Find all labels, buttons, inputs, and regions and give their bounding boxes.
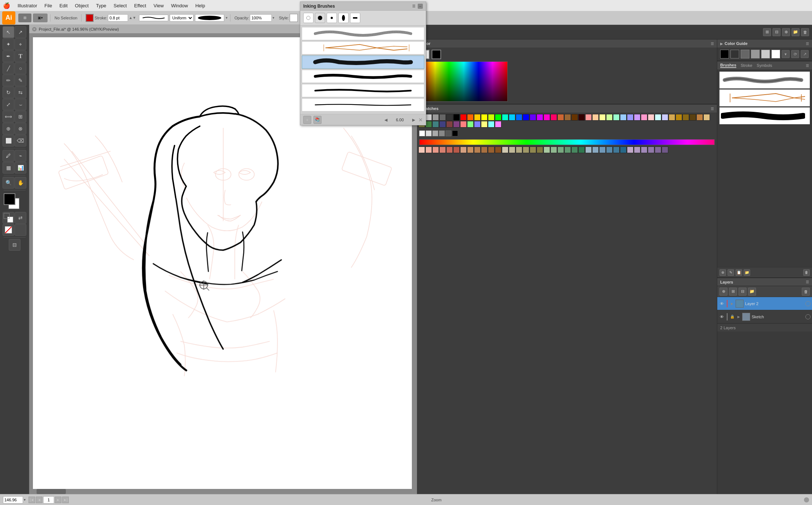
menu-type[interactable]: Type	[93, 2, 109, 9]
style-swatch[interactable]	[290, 14, 298, 22]
swatch-13[interactable]	[509, 114, 515, 121]
fill-none[interactable]	[3, 224, 14, 236]
menu-effect[interactable]: Effect	[131, 2, 149, 9]
brush-preview-1[interactable]	[719, 72, 810, 88]
brush-stroke-selector[interactable]	[195, 14, 224, 22]
swatch-20[interactable]	[557, 114, 564, 121]
opacity-input[interactable]	[250, 14, 272, 22]
ellipse-tool[interactable]: ○	[15, 62, 26, 74]
panel-icon-4[interactable]: 📁	[792, 28, 800, 36]
nav-last-btn[interactable]: ►|	[62, 497, 69, 503]
free-transform-tool[interactable]: ⊞	[15, 111, 26, 122]
foreground-color[interactable]	[4, 193, 15, 205]
menu-view[interactable]: View	[151, 2, 167, 9]
brushes-menu[interactable]: ☰	[806, 64, 809, 68]
menu-window[interactable]: Window	[168, 2, 191, 9]
layer-tool-4[interactable]: 📁	[748, 288, 756, 296]
layer-row-1[interactable]: 👁 ▶ Layer 2	[717, 297, 812, 310]
swatch-18[interactable]	[544, 114, 550, 121]
menu-help[interactable]: Help	[192, 2, 208, 9]
swatch-15[interactable]	[523, 114, 529, 121]
black-swatch[interactable]	[432, 50, 441, 59]
swatches-menu[interactable]: ☰	[711, 107, 714, 111]
canvas-hscroll-thumb[interactable]	[37, 489, 66, 494]
swatch-32[interactable]	[641, 114, 647, 121]
brush-dot-5[interactable]	[350, 13, 360, 23]
zoom-dropdown-icon[interactable]: ▾	[24, 498, 26, 502]
pen-tool[interactable]: ✒	[3, 50, 14, 62]
brush-dot-4[interactable]	[338, 13, 349, 23]
none-color[interactable]	[3, 212, 14, 224]
panel-icon-1[interactable]: ⊞	[763, 28, 771, 36]
swatch-26[interactable]	[599, 114, 606, 121]
swatch-21[interactable]	[564, 114, 571, 121]
tone-swatch-33[interactable]	[648, 147, 654, 153]
tone-swatch-29[interactable]	[620, 147, 627, 153]
swatch-47[interactable]	[453, 121, 460, 128]
cg-swatch-darkgray[interactable]	[730, 50, 739, 58]
tone-swatch-26[interactable]	[599, 147, 606, 153]
brush-panel-tool-2[interactable]: ✎	[728, 269, 734, 276]
brush-row-thin[interactable]	[302, 84, 424, 97]
apple-menu[interactable]: 🍎	[3, 2, 10, 9]
swatch-41[interactable]	[703, 114, 710, 121]
brush-prev-btn[interactable]: ◄	[383, 117, 388, 123]
brush-preview-2[interactable]	[719, 90, 810, 106]
line-tool[interactable]: ╱	[3, 62, 14, 74]
magic-wand-tool[interactable]: ✦	[3, 38, 14, 50]
menu-illustrator[interactable]: Illustrator	[15, 2, 40, 9]
brush-next-btn[interactable]: ►	[411, 117, 416, 123]
stroke-none[interactable]	[15, 224, 26, 236]
width-tool[interactable]: ⟺	[3, 111, 14, 122]
panel-icon-3[interactable]: ⊕	[782, 28, 790, 36]
brush-panel-delete[interactable]: 🗑	[803, 269, 810, 276]
tone-swatch-0[interactable]	[418, 147, 425, 153]
cg-link-btn[interactable]: ⟳	[791, 50, 799, 58]
swatch-52[interactable]	[488, 121, 495, 128]
brush-dropdown-icon[interactable]: ▾	[226, 16, 228, 20]
swatch-16[interactable]	[530, 114, 536, 121]
direct-selection-tool[interactable]: ↗	[15, 26, 26, 38]
color-spectrum[interactable]	[420, 61, 508, 102]
stroke-value-input[interactable]	[108, 14, 128, 22]
color-panel-menu[interactable]: ☰	[711, 42, 714, 46]
pencil-tool[interactable]: ✎	[15, 75, 26, 86]
tone-swatch-3[interactable]	[439, 147, 446, 153]
shape-builder-tool[interactable]: ⊕	[3, 123, 14, 134]
swatch-7[interactable]	[467, 114, 474, 121]
swatch-25[interactable]	[592, 114, 599, 121]
layer-tool-1[interactable]: ⊕	[719, 288, 728, 296]
warp-tool[interactable]: ⌣	[15, 99, 26, 110]
swatch-light-gray[interactable]	[426, 130, 432, 136]
swatch-11[interactable]	[495, 114, 501, 121]
inking-brushes-collapse-btn[interactable]: –	[418, 4, 423, 9]
measure-tool[interactable]: ⌁	[15, 150, 26, 162]
swatch-50[interactable]	[474, 121, 481, 128]
swatch-35[interactable]	[662, 114, 668, 121]
swatch-1[interactable]	[425, 114, 432, 121]
menu-select[interactable]: Select	[111, 2, 130, 9]
layer-delete-btn[interactable]: 🗑	[802, 288, 810, 296]
swatch-9[interactable]	[481, 114, 488, 121]
swatch-10[interactable]	[488, 114, 495, 121]
swatch-49[interactable]	[467, 121, 474, 128]
layer-tool-2[interactable]: ⊞	[729, 288, 737, 296]
menu-edit[interactable]: Edit	[56, 2, 70, 9]
tone-swatch-2[interactable]	[432, 147, 439, 153]
swatch-dark-gray[interactable]	[439, 130, 445, 136]
cg-swatch-lighter[interactable]	[761, 50, 770, 58]
tone-swatch-27[interactable]	[606, 147, 613, 153]
swatch-5[interactable]	[453, 114, 460, 121]
tone-swatch-14[interactable]	[516, 147, 522, 153]
artboard-tool[interactable]: ⬜	[3, 135, 14, 147]
tone-swatch-25[interactable]	[592, 147, 599, 153]
menu-object[interactable]: Object	[72, 2, 92, 9]
swatch-48[interactable]	[460, 121, 467, 128]
lasso-tool[interactable]: ⌖	[15, 38, 26, 50]
swatch-33[interactable]	[648, 114, 654, 121]
brush-panel-tool-4[interactable]: 📁	[744, 269, 750, 276]
swatch-8[interactable]	[474, 114, 481, 121]
type-tool[interactable]: T	[15, 50, 26, 62]
swatch-36[interactable]	[669, 114, 675, 121]
brush-lib-btn[interactable]: 📚	[313, 116, 322, 124]
